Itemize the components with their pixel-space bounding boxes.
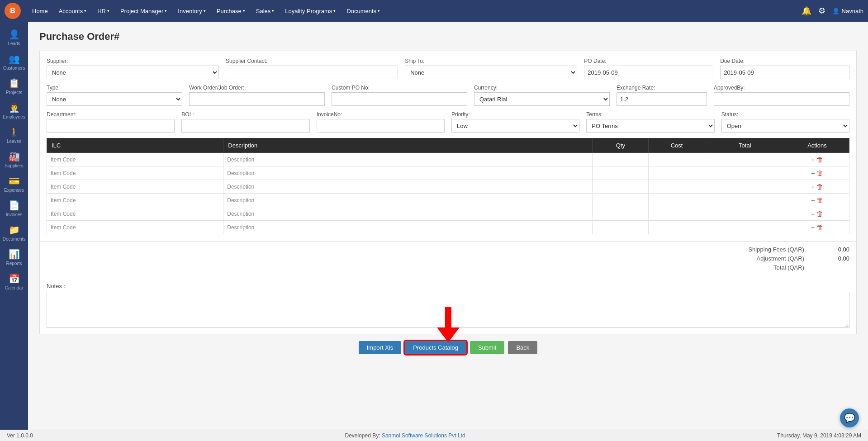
cell-desc[interactable] — [223, 153, 593, 166]
supplier-select[interactable]: None — [47, 66, 219, 79]
currency-select[interactable]: Qatari Rial — [474, 92, 610, 106]
cell-cost[interactable] — [649, 221, 705, 234]
sidebar-item-leads[interactable]: 👤 Leads — [0, 25, 28, 50]
app-logo[interactable]: B — [5, 3, 21, 19]
notification-icon[interactable]: 🔔 — [802, 6, 811, 16]
nav-sales[interactable]: Sales▾ — [251, 5, 279, 17]
nav-project-manager[interactable]: Project Manager▾ — [116, 5, 171, 17]
due-date-input[interactable] — [720, 66, 849, 79]
cell-ilc[interactable] — [47, 153, 223, 166]
bol-input[interactable] — [181, 119, 309, 133]
nav-inventory[interactable]: Inventory▾ — [173, 5, 210, 17]
sidebar-item-customers[interactable]: 👥 Customers — [0, 50, 28, 74]
po-date-input[interactable] — [584, 66, 713, 79]
delete-row-button[interactable]: 🗑 — [816, 156, 823, 163]
cell-qty[interactable] — [593, 207, 649, 221]
add-row-button[interactable]: + — [811, 156, 815, 163]
col-total: Total — [705, 138, 785, 153]
cell-desc[interactable] — [223, 221, 593, 234]
cell-total[interactable] — [705, 194, 785, 207]
nav-documents[interactable]: Documents▾ — [342, 5, 384, 17]
invoice-no-input[interactable] — [317, 119, 445, 133]
cell-ilc[interactable] — [47, 194, 223, 207]
user-menu[interactable]: 👤 Navnath — [832, 8, 863, 14]
delete-row-button[interactable]: 🗑 — [816, 196, 823, 204]
cell-total[interactable] — [705, 207, 785, 221]
cell-cost[interactable] — [649, 194, 705, 207]
import-xls-button[interactable]: Import Xls — [359, 341, 402, 354]
cell-desc[interactable] — [223, 180, 593, 194]
sidebar-item-documents[interactable]: 📁 Documents — [0, 221, 28, 245]
footer-datetime: Thursday, May 9, 2019 4:03:29 AM — [777, 432, 861, 439]
type-select[interactable]: None — [47, 92, 182, 106]
sidebar-item-suppliers[interactable]: 🏭 Suppliers — [0, 147, 28, 172]
sidebar-item-employees[interactable]: 👨‍💼 Employees — [0, 99, 28, 123]
cell-total[interactable] — [705, 166, 785, 180]
supplier-contact-input[interactable] — [226, 66, 398, 79]
back-button[interactable]: Back — [508, 341, 537, 354]
cell-desc[interactable] — [223, 207, 593, 221]
footer-dev-link[interactable]: Sanmol Software Solutions Pvt Ltd — [382, 432, 465, 439]
settings-icon[interactable]: ⚙ — [818, 6, 825, 16]
table-row: + 🗑 — [47, 221, 849, 234]
cell-total[interactable] — [705, 153, 785, 166]
sidebar-item-leaves[interactable]: 🚶 Leaves — [0, 123, 28, 147]
delete-row-button[interactable]: 🗑 — [816, 223, 823, 231]
add-row-button[interactable]: + — [811, 196, 815, 204]
work-order-input[interactable] — [189, 92, 325, 106]
cell-qty[interactable] — [593, 153, 649, 166]
cell-qty[interactable] — [593, 194, 649, 207]
cell-cost[interactable] — [649, 207, 705, 221]
projects-icon: 📋 — [9, 78, 20, 89]
sidebar-item-calendar[interactable]: 📅 Calendar — [0, 270, 28, 294]
cell-ilc[interactable] — [47, 221, 223, 234]
cell-total[interactable] — [705, 221, 785, 234]
delete-row-button[interactable]: 🗑 — [816, 210, 823, 218]
cell-ilc[interactable] — [47, 207, 223, 221]
nav-accounts[interactable]: Accounts▾ — [54, 5, 91, 17]
cell-qty[interactable] — [593, 180, 649, 194]
ship-to-select[interactable]: None — [405, 66, 577, 79]
cell-qty[interactable] — [593, 166, 649, 180]
table-row: + 🗑 — [47, 166, 849, 180]
supplier-contact-label: Supplier Contact: — [226, 58, 398, 64]
terms-group: Terms: PO Terms — [586, 111, 714, 133]
sidebar-item-invoices[interactable]: 📄 Invoices — [0, 196, 28, 221]
sidebar-item-projects[interactable]: 📋 Projects — [0, 74, 28, 99]
cell-ilc[interactable] — [47, 166, 223, 180]
sidebar-item-expenses[interactable]: 💳 Expenses — [0, 172, 28, 196]
cell-cost[interactable] — [649, 166, 705, 180]
nav-loyalty[interactable]: Loyality Programs▾ — [280, 5, 340, 17]
submit-button[interactable]: Submit — [470, 341, 504, 354]
delete-row-button[interactable]: 🗑 — [816, 183, 823, 190]
nav-hr[interactable]: HR▾ — [93, 5, 114, 17]
terms-select[interactable]: PO Terms — [586, 119, 714, 133]
chat-bubble[interactable]: 💬 — [840, 408, 859, 427]
currency-group: Currency: Qatari Rial — [474, 85, 610, 106]
col-ilc: ILC — [47, 138, 223, 153]
delete-row-button[interactable]: 🗑 — [816, 169, 823, 177]
add-row-button[interactable]: + — [811, 210, 815, 218]
cell-qty[interactable] — [593, 221, 649, 234]
status-select[interactable]: Open — [721, 119, 849, 133]
exchange-rate-input[interactable] — [617, 92, 707, 106]
sidebar-item-reports[interactable]: 📊 Reports — [0, 245, 28, 270]
department-input[interactable] — [47, 119, 175, 133]
table-row: + 🗑 — [47, 180, 849, 194]
cell-total[interactable] — [705, 180, 785, 194]
approved-by-input[interactable] — [714, 92, 849, 106]
nav-home[interactable]: Home — [28, 5, 52, 17]
nav-purchase[interactable]: Purchase▾ — [212, 5, 250, 17]
custom-po-input[interactable] — [332, 92, 467, 106]
cell-cost[interactable] — [649, 153, 705, 166]
priority-select[interactable]: Low — [451, 119, 579, 133]
add-row-button[interactable]: + — [811, 223, 815, 231]
add-row-button[interactable]: + — [811, 169, 815, 177]
cell-desc[interactable] — [223, 194, 593, 207]
exchange-rate-group: Exchange Rate: — [617, 85, 707, 106]
add-row-button[interactable]: + — [811, 183, 815, 190]
form-row-2: Type: None Work Order/Job Order: Custom … — [47, 85, 849, 106]
cell-cost[interactable] — [649, 180, 705, 194]
cell-desc[interactable] — [223, 166, 593, 180]
cell-ilc[interactable] — [47, 180, 223, 194]
